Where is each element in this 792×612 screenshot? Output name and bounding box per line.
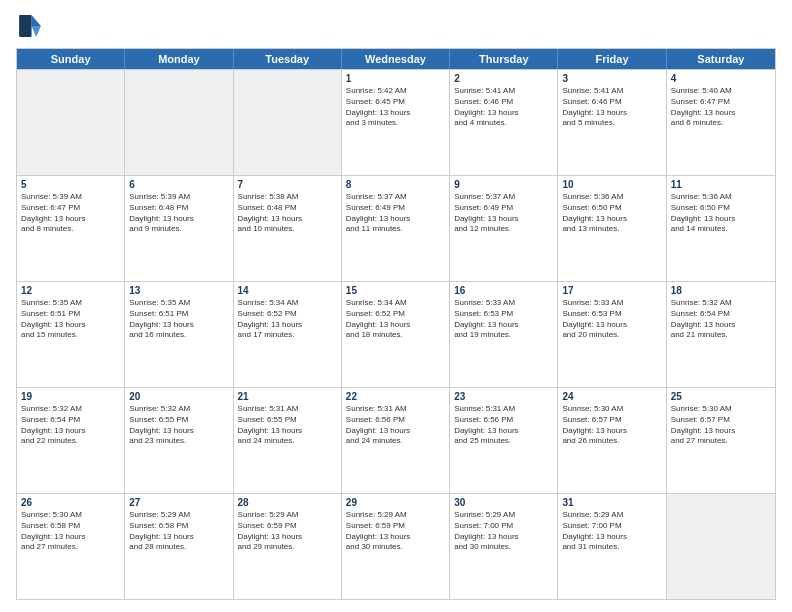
cell-info: Sunrise: 5:33 AM Sunset: 6:53 PM Dayligh…	[454, 298, 553, 341]
day-number: 18	[671, 285, 771, 296]
cell-info: Sunrise: 5:29 AM Sunset: 7:00 PM Dayligh…	[454, 510, 553, 553]
day-number: 31	[562, 497, 661, 508]
calendar-cell: 19Sunrise: 5:32 AM Sunset: 6:54 PM Dayli…	[17, 388, 125, 493]
day-number: 5	[21, 179, 120, 190]
cell-info: Sunrise: 5:31 AM Sunset: 6:56 PM Dayligh…	[454, 404, 553, 447]
calendar-cell	[667, 494, 775, 599]
day-number: 21	[238, 391, 337, 402]
calendar-cell: 9Sunrise: 5:37 AM Sunset: 6:49 PM Daylig…	[450, 176, 558, 281]
cell-info: Sunrise: 5:41 AM Sunset: 6:46 PM Dayligh…	[454, 86, 553, 129]
day-number: 14	[238, 285, 337, 296]
calendar-cell: 5Sunrise: 5:39 AM Sunset: 6:47 PM Daylig…	[17, 176, 125, 281]
weekday-header: Saturday	[667, 49, 775, 69]
day-number: 7	[238, 179, 337, 190]
day-number: 28	[238, 497, 337, 508]
cell-info: Sunrise: 5:39 AM Sunset: 6:47 PM Dayligh…	[21, 192, 120, 235]
calendar-row: 12Sunrise: 5:35 AM Sunset: 6:51 PM Dayli…	[17, 281, 775, 387]
weekday-header: Thursday	[450, 49, 558, 69]
cell-info: Sunrise: 5:32 AM Sunset: 6:55 PM Dayligh…	[129, 404, 228, 447]
logo	[16, 12, 48, 40]
day-number: 13	[129, 285, 228, 296]
cell-info: Sunrise: 5:29 AM Sunset: 6:59 PM Dayligh…	[346, 510, 445, 553]
calendar-row: 19Sunrise: 5:32 AM Sunset: 6:54 PM Dayli…	[17, 387, 775, 493]
calendar-cell	[125, 70, 233, 175]
calendar-cell: 29Sunrise: 5:29 AM Sunset: 6:59 PM Dayli…	[342, 494, 450, 599]
day-number: 8	[346, 179, 445, 190]
day-number: 19	[21, 391, 120, 402]
cell-info: Sunrise: 5:41 AM Sunset: 6:46 PM Dayligh…	[562, 86, 661, 129]
calendar-row: 1Sunrise: 5:42 AM Sunset: 6:45 PM Daylig…	[17, 69, 775, 175]
calendar-cell: 31Sunrise: 5:29 AM Sunset: 7:00 PM Dayli…	[558, 494, 666, 599]
day-number: 3	[562, 73, 661, 84]
day-number: 22	[346, 391, 445, 402]
day-number: 17	[562, 285, 661, 296]
calendar-cell: 28Sunrise: 5:29 AM Sunset: 6:59 PM Dayli…	[234, 494, 342, 599]
cell-info: Sunrise: 5:38 AM Sunset: 6:48 PM Dayligh…	[238, 192, 337, 235]
calendar-cell	[17, 70, 125, 175]
cell-info: Sunrise: 5:31 AM Sunset: 6:56 PM Dayligh…	[346, 404, 445, 447]
calendar-cell: 8Sunrise: 5:37 AM Sunset: 6:49 PM Daylig…	[342, 176, 450, 281]
calendar-cell	[234, 70, 342, 175]
calendar-cell: 4Sunrise: 5:40 AM Sunset: 6:47 PM Daylig…	[667, 70, 775, 175]
calendar-cell: 26Sunrise: 5:30 AM Sunset: 6:58 PM Dayli…	[17, 494, 125, 599]
cell-info: Sunrise: 5:32 AM Sunset: 6:54 PM Dayligh…	[21, 404, 120, 447]
calendar-cell: 3Sunrise: 5:41 AM Sunset: 6:46 PM Daylig…	[558, 70, 666, 175]
cell-info: Sunrise: 5:39 AM Sunset: 6:48 PM Dayligh…	[129, 192, 228, 235]
page-header	[16, 12, 776, 40]
cell-info: Sunrise: 5:29 AM Sunset: 6:59 PM Dayligh…	[238, 510, 337, 553]
day-number: 1	[346, 73, 445, 84]
calendar-cell: 23Sunrise: 5:31 AM Sunset: 6:56 PM Dayli…	[450, 388, 558, 493]
calendar-cell: 11Sunrise: 5:36 AM Sunset: 6:50 PM Dayli…	[667, 176, 775, 281]
cell-info: Sunrise: 5:36 AM Sunset: 6:50 PM Dayligh…	[562, 192, 661, 235]
calendar-row: 26Sunrise: 5:30 AM Sunset: 6:58 PM Dayli…	[17, 493, 775, 599]
cell-info: Sunrise: 5:30 AM Sunset: 6:57 PM Dayligh…	[671, 404, 771, 447]
day-number: 10	[562, 179, 661, 190]
calendar-cell: 24Sunrise: 5:30 AM Sunset: 6:57 PM Dayli…	[558, 388, 666, 493]
day-number: 27	[129, 497, 228, 508]
cell-info: Sunrise: 5:34 AM Sunset: 6:52 PM Dayligh…	[346, 298, 445, 341]
day-number: 23	[454, 391, 553, 402]
day-number: 26	[21, 497, 120, 508]
cell-info: Sunrise: 5:34 AM Sunset: 6:52 PM Dayligh…	[238, 298, 337, 341]
calendar-cell: 14Sunrise: 5:34 AM Sunset: 6:52 PM Dayli…	[234, 282, 342, 387]
day-number: 20	[129, 391, 228, 402]
calendar-cell: 1Sunrise: 5:42 AM Sunset: 6:45 PM Daylig…	[342, 70, 450, 175]
day-number: 25	[671, 391, 771, 402]
cell-info: Sunrise: 5:30 AM Sunset: 6:57 PM Dayligh…	[562, 404, 661, 447]
weekday-header: Sunday	[17, 49, 125, 69]
svg-marker-1	[32, 26, 41, 37]
cell-info: Sunrise: 5:40 AM Sunset: 6:47 PM Dayligh…	[671, 86, 771, 129]
weekday-header: Monday	[125, 49, 233, 69]
cell-info: Sunrise: 5:36 AM Sunset: 6:50 PM Dayligh…	[671, 192, 771, 235]
calendar-cell: 25Sunrise: 5:30 AM Sunset: 6:57 PM Dayli…	[667, 388, 775, 493]
calendar-cell: 27Sunrise: 5:29 AM Sunset: 6:58 PM Dayli…	[125, 494, 233, 599]
calendar-cell: 18Sunrise: 5:32 AM Sunset: 6:54 PM Dayli…	[667, 282, 775, 387]
day-number: 2	[454, 73, 553, 84]
cell-info: Sunrise: 5:29 AM Sunset: 6:58 PM Dayligh…	[129, 510, 228, 553]
weekday-header: Wednesday	[342, 49, 450, 69]
cell-info: Sunrise: 5:35 AM Sunset: 6:51 PM Dayligh…	[21, 298, 120, 341]
weekday-header: Friday	[558, 49, 666, 69]
calendar-cell: 12Sunrise: 5:35 AM Sunset: 6:51 PM Dayli…	[17, 282, 125, 387]
day-number: 12	[21, 285, 120, 296]
calendar-row: 5Sunrise: 5:39 AM Sunset: 6:47 PM Daylig…	[17, 175, 775, 281]
day-number: 4	[671, 73, 771, 84]
calendar-cell: 21Sunrise: 5:31 AM Sunset: 6:55 PM Dayli…	[234, 388, 342, 493]
cell-info: Sunrise: 5:42 AM Sunset: 6:45 PM Dayligh…	[346, 86, 445, 129]
day-number: 16	[454, 285, 553, 296]
day-number: 9	[454, 179, 553, 190]
day-number: 6	[129, 179, 228, 190]
calendar-cell: 6Sunrise: 5:39 AM Sunset: 6:48 PM Daylig…	[125, 176, 233, 281]
calendar-header: SundayMondayTuesdayWednesdayThursdayFrid…	[17, 49, 775, 69]
cell-info: Sunrise: 5:37 AM Sunset: 6:49 PM Dayligh…	[454, 192, 553, 235]
svg-marker-0	[32, 15, 41, 26]
calendar-cell: 30Sunrise: 5:29 AM Sunset: 7:00 PM Dayli…	[450, 494, 558, 599]
calendar-body: 1Sunrise: 5:42 AM Sunset: 6:45 PM Daylig…	[17, 69, 775, 599]
calendar-cell: 20Sunrise: 5:32 AM Sunset: 6:55 PM Dayli…	[125, 388, 233, 493]
calendar-cell: 16Sunrise: 5:33 AM Sunset: 6:53 PM Dayli…	[450, 282, 558, 387]
cell-info: Sunrise: 5:29 AM Sunset: 7:00 PM Dayligh…	[562, 510, 661, 553]
day-number: 15	[346, 285, 445, 296]
logo-icon	[16, 12, 44, 40]
day-number: 29	[346, 497, 445, 508]
calendar-cell: 15Sunrise: 5:34 AM Sunset: 6:52 PM Dayli…	[342, 282, 450, 387]
